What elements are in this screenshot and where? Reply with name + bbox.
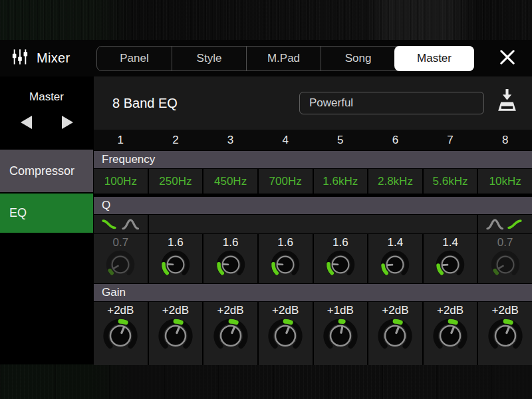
band-5-number: 5 xyxy=(314,130,368,150)
tab-panel[interactable]: Panel xyxy=(97,47,172,70)
band-1-gain-cell: +2dB xyxy=(94,302,148,365)
band-1-q-knob[interactable] xyxy=(104,249,136,281)
band-4-frequency-value[interactable]: 700Hz xyxy=(259,169,313,194)
band-5-gain-knob[interactable] xyxy=(321,317,360,355)
band-3-gain-value: +2dB xyxy=(217,303,243,318)
band-5-frequency-value[interactable]: 1.6kHz xyxy=(314,169,368,194)
band-8-q-knob[interactable] xyxy=(489,249,521,281)
tab-master[interactable]: Master xyxy=(394,46,474,71)
q-values-row: 0.7 1.6 1.6 1.6 1.6 1.4 1.4 0.7 xyxy=(94,234,532,283)
band-6-number: 6 xyxy=(368,130,422,150)
band-3-q-cell: 1.6 xyxy=(203,234,257,283)
band-7-q-knob[interactable] xyxy=(434,249,466,281)
mixer-icon xyxy=(11,49,29,68)
frequency-label: Frequency xyxy=(102,153,155,166)
band-3-q-value: 1.6 xyxy=(223,235,239,250)
band-1-q-value: 0.7 xyxy=(112,235,128,250)
band-4-gain-knob[interactable] xyxy=(266,317,305,355)
device-bezel-bottom xyxy=(0,364,532,399)
band-2-q-value: 1.6 xyxy=(168,235,184,250)
left-arrow-icon xyxy=(21,116,32,129)
band-8-q-value: 0.7 xyxy=(497,235,513,250)
band-7-gain-value: +2dB xyxy=(437,303,464,318)
band-1-gain-knob[interactable] xyxy=(101,317,140,355)
band-7-gain-knob[interactable] xyxy=(431,317,469,355)
eq-title: 8 Band EQ xyxy=(112,96,178,111)
band-8-filter-type-cell xyxy=(478,215,532,233)
band-8-number: 8 xyxy=(478,130,532,150)
band-numbers-row: 12345678 xyxy=(94,130,532,150)
band-1-frequency-value[interactable]: 100Hz xyxy=(94,169,148,194)
channel-name: Master xyxy=(0,90,93,104)
band-5-gain-value: +1dB xyxy=(327,303,354,318)
band-5-q-knob[interactable] xyxy=(325,249,356,281)
band-8-filter-shelf-high-icon[interactable] xyxy=(507,217,525,231)
band-2-q-knob[interactable] xyxy=(160,249,192,281)
band-2-gain-value: +2dB xyxy=(162,303,189,318)
band-6-gain-knob[interactable] xyxy=(376,317,414,355)
band-7-gain-cell: +2dB xyxy=(424,302,477,365)
gain-values-row: +2dB +2dB +2dB +2dB +1dB +2dB +2dB +2dB xyxy=(94,302,532,365)
band-4-q-knob[interactable] xyxy=(269,249,301,281)
filter-type-row xyxy=(94,215,532,233)
close-button[interactable] xyxy=(496,47,519,70)
band-8-filter-peak-icon[interactable] xyxy=(486,217,504,231)
sidebar-item-eq[interactable]: EQ xyxy=(0,194,93,233)
tab-bar: Panel Style M.Pad Song Master xyxy=(96,46,474,71)
band-3-gain-knob[interactable] xyxy=(211,317,250,355)
band-2-number: 2 xyxy=(149,130,203,150)
band-2-q-cell: 1.6 xyxy=(149,234,203,283)
band-1-filter-shelf-low-icon[interactable] xyxy=(101,217,119,231)
band-6-frequency-value[interactable]: 2.8kHz xyxy=(368,169,422,194)
band-8-frequency-value[interactable]: 10kHz xyxy=(478,169,532,194)
band-7-q-value: 1.4 xyxy=(442,235,458,250)
band-4-q-cell: 1.6 xyxy=(259,234,313,283)
band-5-gain-cell: +1dB xyxy=(314,302,368,365)
channel-arrows xyxy=(0,115,93,130)
tab-mpad[interactable]: M.Pad xyxy=(246,47,321,70)
content: Master Compressor EQ 8 Band EQ Powerful xyxy=(0,76,532,364)
band-3-q-knob[interactable] xyxy=(215,249,247,281)
next-channel-button[interactable] xyxy=(59,115,76,130)
save-button[interactable] xyxy=(495,89,518,118)
band-5-q-cell: 1.6 xyxy=(314,234,368,283)
q-label: Q xyxy=(102,199,110,212)
frequency-row-label: Frequency xyxy=(94,151,532,168)
band-2-frequency-value[interactable]: 250Hz xyxy=(149,169,203,194)
band-6-gain-value: +2dB xyxy=(382,303,408,318)
preset-name: Powerful xyxy=(309,96,353,110)
band-8-q-cell: 0.7 xyxy=(478,234,532,283)
titlebar: Mixer Panel Style M.Pad Song Master xyxy=(0,40,532,76)
preset-selector[interactable]: Powerful xyxy=(299,92,484,114)
band-3-number: 3 xyxy=(203,130,257,150)
right-arrow-icon xyxy=(62,116,73,129)
band-1-filter-type-cell xyxy=(94,215,148,233)
band-5-q-value: 1.6 xyxy=(332,235,348,250)
device-bezel-top xyxy=(0,0,532,40)
gain-label: Gain xyxy=(102,286,126,299)
row-divider xyxy=(94,194,532,196)
band-7-q-cell: 1.4 xyxy=(424,234,477,283)
band-8-gain-value: +2dB xyxy=(492,303,519,318)
mixer-screen: Mixer Panel Style M.Pad Song Master Mast… xyxy=(0,0,532,399)
band-6-q-cell: 1.4 xyxy=(368,234,422,283)
band-7-frequency-value[interactable]: 5.6kHz xyxy=(424,169,477,194)
tab-song[interactable]: Song xyxy=(321,47,395,70)
filter-type-empty-cell xyxy=(149,215,477,233)
sidebar-item-compressor[interactable]: Compressor xyxy=(0,150,93,192)
close-icon xyxy=(499,49,516,68)
band-1-gain-value: +2dB xyxy=(107,303,134,318)
band-3-frequency-value[interactable]: 450Hz xyxy=(203,169,257,194)
band-4-number: 4 xyxy=(259,130,313,150)
sidebar: Master Compressor EQ xyxy=(0,76,93,364)
prev-channel-button[interactable] xyxy=(17,115,35,130)
band-1-filter-peak-icon[interactable] xyxy=(122,217,140,231)
app-zone: Mixer xyxy=(0,49,96,68)
band-6-gain-cell: +2dB xyxy=(368,302,422,365)
band-8-gain-knob[interactable] xyxy=(486,317,525,355)
band-6-q-value: 1.4 xyxy=(388,235,404,250)
eq-header: 8 Band EQ Powerful xyxy=(94,76,532,130)
band-2-gain-knob[interactable] xyxy=(156,317,195,355)
tab-style[interactable]: Style xyxy=(172,47,246,70)
band-6-q-knob[interactable] xyxy=(379,249,411,281)
